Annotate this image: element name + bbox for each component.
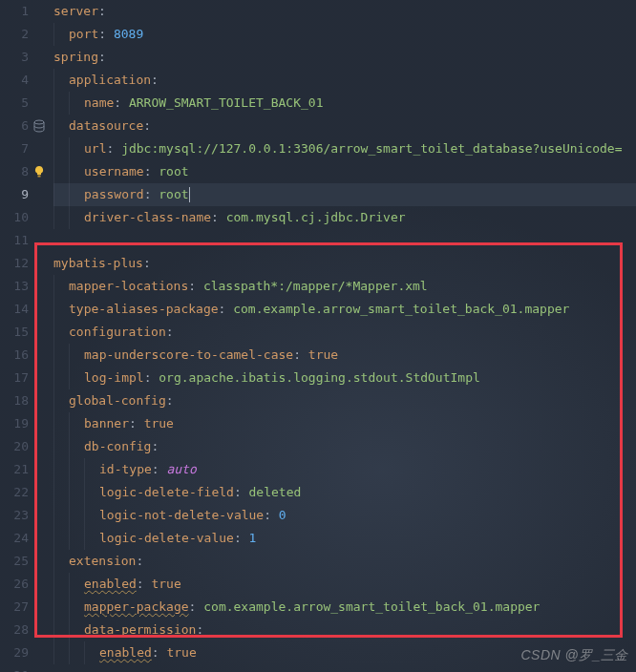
token-key: enabled: [99, 645, 152, 660]
line-number: 9: [0, 183, 29, 206]
code-line[interactable]: logic-delete-field: deleted: [53, 481, 636, 504]
token-key: driver-class-name: [84, 210, 211, 224]
token-str: com.mysql.cj.jdbc.Driver: [226, 210, 406, 224]
token-col: :: [234, 531, 249, 545]
token-col: :: [106, 141, 121, 156]
line-number: 6: [0, 115, 29, 137]
token-col: :: [129, 416, 144, 430]
line-number: 17: [0, 367, 29, 389]
code-line[interactable]: logic-not-delete-value: 0: [53, 504, 636, 527]
line-number: 2: [0, 23, 29, 46]
token-str: root: [159, 164, 188, 178]
token-str: deleted: [249, 485, 302, 499]
token-col: :: [166, 393, 174, 408]
token-bool: true: [166, 645, 196, 660]
token-key: mapper-locations: [69, 279, 188, 293]
code-line[interactable]: name: ARROW_SMART_TOILET_BACK_01: [53, 92, 636, 115]
token-col: :: [151, 73, 159, 87]
code-line[interactable]: configuration:: [53, 321, 636, 344]
token-bool: true: [151, 577, 180, 591]
code-line[interactable]: datasource:: [53, 115, 636, 137]
code-line[interactable]: extension:: [53, 550, 636, 573]
token-num: 1: [249, 531, 257, 545]
code-line[interactable]: id-type: auto: [53, 458, 636, 481]
token-key: banner: [84, 416, 129, 430]
line-number: 19: [0, 412, 29, 435]
code-line[interactable]: spring:: [53, 46, 636, 69]
line-number: 23: [0, 504, 29, 527]
code-line[interactable]: username: root: [53, 160, 636, 183]
code-line[interactable]: global-config:: [53, 389, 636, 412]
token-col: :: [211, 210, 226, 224]
bulb-icon: [32, 165, 46, 178]
token-col: :: [234, 485, 249, 499]
line-number: 13: [0, 275, 29, 298]
token-col: :: [293, 347, 308, 362]
line-number: 21: [0, 458, 29, 481]
token-key: name: [84, 95, 114, 110]
token-col: :: [98, 50, 106, 64]
line-number: 18: [0, 389, 29, 412]
code-line[interactable]: db-config:: [53, 435, 636, 458]
code-line[interactable]: url: jdbc:mysql://127.0.0.1:3306/arrow_s…: [53, 137, 636, 160]
code-editor[interactable]: 1234567891011121314151617181920212223242…: [0, 0, 636, 672]
token-str: ARROW_SMART_TOILET_BACK_01: [129, 95, 324, 110]
token-col: :: [166, 325, 174, 339]
gutter-icons-column: [34, 0, 50, 672]
line-number: 29: [0, 641, 29, 664]
code-line[interactable]: mapper-package: com.example.arrow_smart_…: [53, 596, 636, 619]
code-line[interactable]: mybatis-plus:: [53, 252, 636, 275]
line-number: 15: [0, 321, 29, 344]
token-key: global-config: [69, 393, 166, 408]
token-key: extension: [69, 554, 136, 568]
code-line[interactable]: enabled: true: [53, 573, 636, 596]
line-number: 27: [0, 596, 29, 619]
token-key: mapper-package: [84, 599, 189, 614]
token-col: :: [219, 302, 234, 316]
token-col: :: [143, 256, 151, 270]
token-col: :: [144, 164, 159, 178]
token-key: spring: [53, 50, 98, 64]
token-str: root: [159, 187, 188, 201]
token-key: logic-not-delete-value: [99, 508, 264, 522]
code-line[interactable]: driver-class-name: com.mysql.cj.jdbc.Dri…: [53, 206, 636, 229]
line-number: 3: [0, 46, 29, 69]
line-number: 10: [0, 206, 29, 229]
token-col: :: [151, 439, 159, 453]
token-col: :: [152, 462, 167, 476]
token-key: server: [53, 4, 98, 18]
code-line[interactable]: map-underscore-to-camel-case: true: [53, 344, 636, 367]
code-line[interactable]: data-permission:: [53, 619, 636, 641]
code-line[interactable]: application:: [53, 69, 636, 92]
token-key: logic-delete-value: [99, 531, 234, 545]
line-number: 26: [0, 573, 29, 596]
line-number: 14: [0, 298, 29, 321]
code-line[interactable]: type-aliases-package: com.example.arrow_…: [53, 298, 636, 321]
code-line[interactable]: log-impl: org.apache.ibatis.logging.stdo…: [53, 367, 636, 389]
line-number: 5: [0, 92, 29, 115]
code-line[interactable]: banner: true: [53, 412, 636, 435]
code-area[interactable]: server:port: 8089spring:application:name…: [50, 0, 636, 672]
token-col: :: [264, 508, 279, 522]
line-number: 25: [0, 550, 29, 573]
token-key: password: [84, 187, 144, 201]
token-bool: true: [308, 347, 338, 362]
token-key: configuration: [69, 325, 166, 339]
db-icon: [32, 119, 46, 133]
code-line[interactable]: password: root: [53, 183, 636, 206]
code-line[interactable]: [53, 229, 636, 252]
svg-point-0: [34, 120, 44, 124]
token-num: 8089: [114, 27, 143, 41]
code-line[interactable]: logic-delete-value: 1: [53, 527, 636, 550]
token-key: id-type: [99, 462, 152, 476]
code-line[interactable]: server:: [53, 0, 636, 23]
csdn-watermark: CSDN @罗_三金: [520, 643, 628, 666]
line-number: 4: [0, 69, 29, 92]
token-key: application: [69, 73, 151, 87]
token-col: :: [114, 95, 129, 110]
line-number: 20: [0, 435, 29, 458]
code-line[interactable]: port: 8089: [53, 23, 636, 46]
token-key: username: [84, 164, 144, 178]
code-line[interactable]: mapper-locations: classpath*:/mapper/*Ma…: [53, 275, 636, 298]
token-key: mybatis-plus: [53, 256, 143, 270]
